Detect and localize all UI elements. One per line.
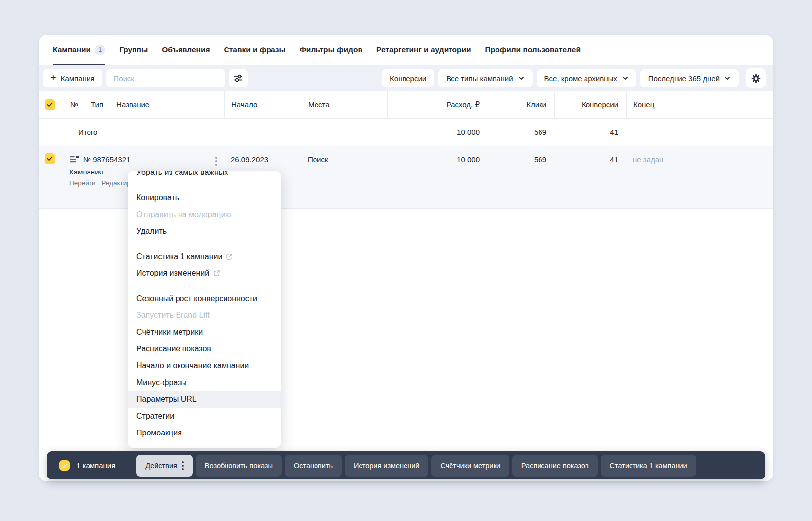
menu-item-display-schedule[interactable]: Расписание показов [128, 341, 281, 357]
menu-item-strategies[interactable]: Стратегии [128, 408, 281, 425]
top-tab-bar: Кампании 1 Группы Объявления Ставки и фр… [39, 35, 773, 65]
check-icon [47, 156, 53, 161]
column-places: Места [308, 100, 330, 109]
menu-item-campaign-start-end[interactable]: Начало и окончание кампании [128, 357, 281, 374]
settings-button[interactable] [746, 68, 766, 88]
column-conversions: Конверсии [582, 100, 618, 109]
menu-item-url-parameters[interactable]: Параметры URL [128, 391, 281, 408]
totals-conversions: 41 [610, 128, 618, 136]
campaign-type-icon [69, 155, 79, 164]
tab-retargeting[interactable]: Ретаргетинг и аудитории [376, 35, 471, 65]
archive-filter-dropdown[interactable]: Все, кроме архивных [537, 69, 636, 87]
campaign-end-date: не задан [633, 155, 663, 164]
select-all-checkbox[interactable] [45, 99, 55, 110]
row-checkbox[interactable] [45, 153, 55, 164]
menu-item-delete[interactable]: Удалить [128, 223, 281, 240]
menu-item-copy[interactable]: Копировать [128, 189, 281, 206]
gear-icon [751, 73, 761, 84]
menu-divider [128, 244, 281, 244]
date-range-dropdown[interactable]: Последние 365 дней [640, 69, 739, 87]
conversions-button[interactable]: Конверсии [382, 69, 434, 87]
totals-spend: 10 000 [457, 128, 480, 136]
kebab-menu-icon [182, 461, 184, 470]
campaigns-count-badge: 1 [95, 45, 105, 55]
column-start: Начало [231, 100, 257, 109]
stop-button[interactable]: Остановить [285, 455, 342, 477]
table-header-row: № Тип Название Начало Места Расход, ₽ Кл… [39, 91, 773, 119]
menu-item-campaign-statistics[interactable]: Статистика 1 кампании [128, 248, 281, 265]
menu-item-metrica-counters[interactable]: Счётчики метрики [128, 324, 281, 341]
go-to-campaign-link[interactable]: Перейти [69, 179, 96, 187]
footer-checkbox[interactable] [59, 460, 70, 471]
change-history-button[interactable]: История изменений [345, 455, 428, 477]
plus-icon: + [50, 73, 56, 83]
campaign-start-date: 26.09.2023 [231, 155, 268, 164]
campaign-number[interactable]: № 987654321 [83, 155, 130, 164]
resume-impressions-button[interactable]: Возобновить показы [196, 455, 282, 477]
chevron-down-icon [622, 75, 629, 82]
tab-bids-phrases[interactable]: Ставки и фразы [224, 35, 285, 65]
tab-feed-filters[interactable]: Фильтры фидов [300, 35, 362, 65]
check-icon [47, 102, 53, 107]
bulk-actions-bar: 1 кампания Действия Возобновить показы О… [47, 451, 765, 479]
tab-ads[interactable]: Объявления [162, 35, 210, 65]
selected-count-label: 1 кампания [76, 461, 115, 470]
tab-campaigns-label: Кампании [53, 45, 90, 54]
tab-campaigns[interactable]: Кампании 1 [53, 35, 105, 65]
actions-button[interactable]: Действия [136, 455, 193, 477]
column-end: Конец [633, 100, 654, 109]
campaign-conversions: 41 [610, 155, 618, 164]
totals-label: Итого [70, 128, 97, 136]
column-number: № [70, 100, 78, 109]
menu-item-change-history[interactable]: История изменений [128, 265, 281, 282]
menu-item-remove-from-important[interactable]: Убрать из самых важных [128, 171, 281, 181]
chevron-down-icon [724, 75, 731, 82]
campaign-clicks: 569 [534, 155, 546, 164]
external-link-icon [213, 270, 220, 277]
totals-row: Итого 10 000 569 41 [39, 119, 773, 146]
totals-clicks: 569 [534, 128, 546, 136]
campaign-context-menu: Убрать из самых важных Копировать Отправ… [128, 171, 281, 448]
kebab-menu-icon[interactable] [213, 155, 219, 168]
menu-divider [128, 286, 281, 286]
check-icon [62, 463, 68, 468]
campaigns-panel: Кампании 1 Группы Объявления Ставки и фр… [39, 35, 773, 481]
campaign-type-filter-dropdown[interactable]: Все типы кампаний [438, 69, 532, 87]
campaign-statistics-button[interactable]: Статистика 1 кампании [601, 455, 696, 477]
tab-user-profiles[interactable]: Профили пользователей [485, 35, 581, 65]
column-type: Тип [91, 100, 103, 109]
filter-sliders-icon [233, 73, 243, 83]
add-campaign-button[interactable]: + Кампания [43, 69, 102, 87]
menu-item-seasonal-conversion-boost[interactable]: Сезонный рост конверсионности [128, 290, 281, 307]
toolbar: + Кампания Конверсии Все типы кампаний [39, 65, 773, 91]
campaign-spend: 10 000 [457, 155, 480, 164]
menu-item-brand-lift: Запустить Brand Lift [128, 307, 281, 324]
menu-divider [128, 185, 281, 185]
page-background: Кампании 1 Группы Объявления Ставки и фр… [0, 0, 812, 521]
filter-button[interactable] [229, 69, 248, 87]
menu-item-negative-keywords[interactable]: Минус-фразы [128, 374, 281, 391]
campaign-places: Поиск [308, 155, 328, 164]
tab-groups[interactable]: Группы [119, 35, 148, 65]
chevron-down-icon [518, 75, 525, 82]
external-link-icon [226, 253, 233, 260]
column-name: Название [116, 100, 149, 109]
column-clicks: Клики [526, 100, 546, 109]
menu-item-send-to-moderation: Отправить на модерацию [128, 206, 281, 223]
metrica-counters-button[interactable]: Счётчики метрики [431, 455, 509, 477]
display-schedule-button[interactable]: Расписание показов [512, 455, 598, 477]
column-spend: Расход, ₽ [447, 100, 480, 109]
search-input[interactable] [106, 69, 225, 87]
menu-item-promo-action[interactable]: Промоакция [128, 425, 281, 441]
